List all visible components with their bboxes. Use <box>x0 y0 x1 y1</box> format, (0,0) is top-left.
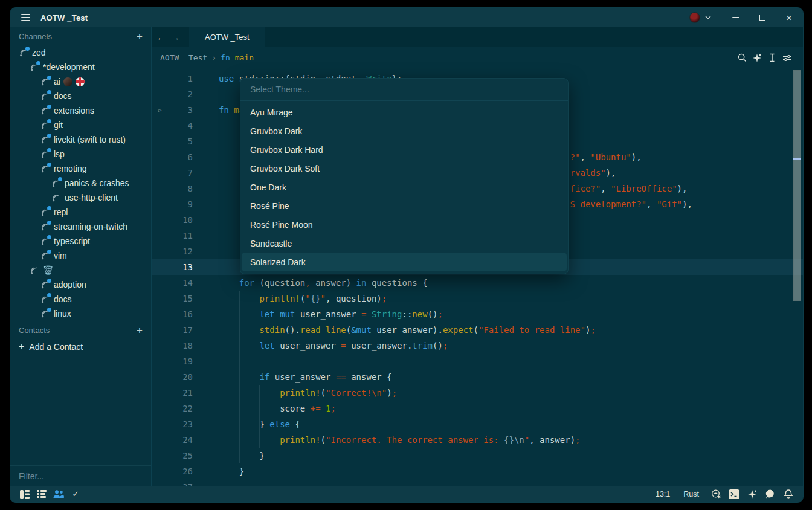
language-selector[interactable]: Rust <box>683 490 699 499</box>
collab-people-icon[interactable] <box>51 488 66 500</box>
channel-item[interactable]: adoption <box>10 277 151 292</box>
editor-line[interactable]: 21 println!("Correct!\n"); <box>152 385 803 401</box>
breadcrumb-symbol[interactable]: main <box>235 53 254 62</box>
line-number: 17 <box>152 325 193 335</box>
editor-line[interactable]: 14 for (question, answer) in questions { <box>152 275 803 291</box>
theme-item[interactable]: Gruvbox Dark <box>242 121 567 140</box>
channel-item[interactable]: use-http-client <box>10 190 151 205</box>
add-channel-button[interactable]: + <box>137 31 143 42</box>
line-number: 24 <box>152 435 193 445</box>
scrollbar-thumb[interactable] <box>793 70 801 301</box>
line-content: score += 1; <box>193 404 336 413</box>
channel-label: streaming-on-twitch <box>54 222 127 231</box>
line-number: 13 <box>152 262 193 272</box>
chevron-down-icon[interactable] <box>701 11 715 24</box>
editor-line[interactable]: 18 let user_answer = user_answer.trim(); <box>152 338 803 353</box>
unread-dot <box>47 235 51 239</box>
indent-guide <box>239 291 240 463</box>
diagnostics-check-icon[interactable]: ✓ <box>68 488 83 500</box>
theme-picker-modal: Select Theme... Ayu MirageGruvbox DarkGr… <box>240 78 569 274</box>
line-number: 16 <box>152 309 193 319</box>
channel-item[interactable]: panics & crashes <box>10 176 151 190</box>
channel-item[interactable]: docs <box>10 89 151 103</box>
status-bar: ✓ 13:1 Rust <box>10 486 803 502</box>
channel-item[interactable]: *development <box>10 60 151 74</box>
theme-item[interactable]: Sandcastle <box>242 234 567 253</box>
breadcrumb-keyword[interactable]: fn <box>221 53 230 62</box>
theme-item[interactable]: Ayu Mirage <box>242 103 567 121</box>
theme-item[interactable]: Rosé Pine <box>242 196 567 215</box>
channel-signal-icon <box>40 222 50 231</box>
user-avatar[interactable] <box>688 11 701 24</box>
close-button[interactable]: × <box>784 12 794 23</box>
channel-item[interactable]: typescript <box>10 234 151 248</box>
search-icon[interactable] <box>735 51 749 65</box>
unread-dot <box>47 90 51 94</box>
channel-item[interactable]: vim <box>10 248 151 263</box>
chat-bubble-icon[interactable] <box>763 488 778 500</box>
channel-item[interactable]: git <box>10 118 151 132</box>
channel-item[interactable]: repl <box>10 205 151 219</box>
editor-line[interactable]: 25 } <box>152 448 803 463</box>
channel-item[interactable]: zed <box>10 45 151 60</box>
add-contact-button[interactable]: + Add a Contact <box>10 339 151 354</box>
theme-item[interactable]: Solarized Dark <box>242 253 567 271</box>
fold-arrow-icon[interactable]: ▷ <box>158 102 161 118</box>
editor-line[interactable]: 23 } else { <box>152 416 803 432</box>
ai-sparkle-icon[interactable] <box>745 488 759 500</box>
channel-item[interactable]: ai <box>10 74 151 89</box>
channel-item[interactable]: linux <box>10 306 151 321</box>
channel-label: remoting <box>54 164 86 173</box>
theme-search-input[interactable]: Select Theme... <box>240 79 568 101</box>
channel-item[interactable]: 🗑️ <box>10 263 151 277</box>
terminal-icon[interactable] <box>727 488 741 500</box>
editor-line[interactable]: 19 <box>152 353 803 369</box>
theme-item[interactable]: One Dark <box>242 178 567 196</box>
editor-line[interactable]: 16 let mut user_answer = String::new(); <box>152 306 803 322</box>
project-panel-icon[interactable] <box>18 488 32 500</box>
line-number: 5 <box>152 137 193 146</box>
channel-item[interactable]: streaming-on-twitch <box>10 219 151 234</box>
line-number: 15 <box>152 294 193 303</box>
cursor-position[interactable]: 13:1 <box>656 490 670 499</box>
theme-item[interactable]: Gruvbox Dark Hard <box>242 140 567 159</box>
hamburger-menu-icon[interactable] <box>19 11 32 24</box>
editor-line[interactable]: 15 println!("{}", question); <box>152 291 803 306</box>
channel-item[interactable]: livekit (swift to rust) <box>10 132 151 147</box>
tab-aotw-test[interactable]: AOTW _Test <box>189 27 265 47</box>
line-number: 22 <box>152 404 193 413</box>
outline-panel-icon[interactable] <box>34 488 49 500</box>
channel-signal-icon <box>40 92 50 101</box>
notification-bell-icon[interactable] <box>781 488 796 500</box>
add-contact-plus-button[interactable]: + <box>137 325 143 335</box>
theme-item[interactable]: Gruvbox Dark Soft <box>242 159 567 178</box>
editor-settings-icon[interactable] <box>780 51 794 65</box>
assistant-sparkle-icon[interactable] <box>750 51 764 65</box>
channel-signal-icon <box>30 63 39 72</box>
nav-back-button[interactable]: ← <box>157 33 166 42</box>
maximize-button[interactable] <box>757 12 768 23</box>
channel-label: docs <box>54 91 72 101</box>
editor-line[interactable]: 26 } <box>152 463 803 479</box>
channel-label: use-http-client <box>65 193 118 202</box>
editor-line[interactable]: 20 if user_answer == answer { <box>152 369 803 385</box>
channel-item[interactable]: extensions <box>10 103 151 118</box>
inline-assist-icon[interactable] <box>765 51 779 65</box>
channel-label: extensions <box>54 106 94 115</box>
editor-line[interactable]: 24 println!("Incorrect. The correct answ… <box>152 432 803 448</box>
unread-dot <box>47 293 51 297</box>
theme-item[interactable]: Rosé Pine Moon <box>242 215 567 234</box>
channel-item[interactable]: remoting <box>10 161 151 176</box>
breadcrumb-file[interactable]: AOTW _Test <box>160 53 207 62</box>
minimize-button[interactable] <box>730 12 741 23</box>
editor-line[interactable]: 22 score += 1; <box>152 401 803 416</box>
editor-line[interactable]: 17 stdin().read_line(&mut user_answer).e… <box>152 322 803 338</box>
copilot-disabled-icon[interactable] <box>709 488 723 500</box>
nav-forward-button[interactable]: → <box>172 33 180 42</box>
channel-item[interactable]: lsp <box>10 147 151 161</box>
editor-line[interactable]: 27 <box>152 479 803 486</box>
filter-input[interactable]: Filter... <box>10 465 151 486</box>
line-number: 26 <box>152 466 193 476</box>
channel-item[interactable]: docs <box>10 292 151 306</box>
line-number: 7 <box>152 168 193 178</box>
